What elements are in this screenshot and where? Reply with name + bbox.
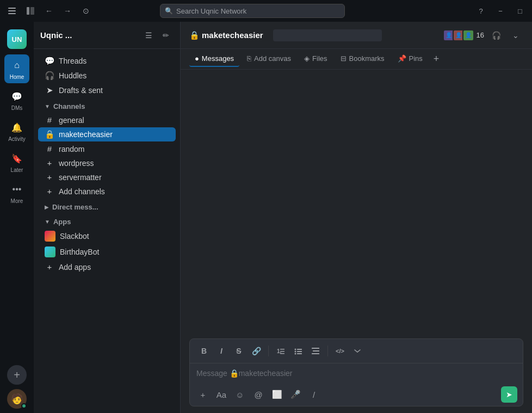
italic-button[interactable]: I xyxy=(214,343,229,359)
sidebar-toggle-icon[interactable] xyxy=(4,3,20,19)
messages-area[interactable] xyxy=(181,70,532,334)
slackbot-icon xyxy=(45,231,55,242)
svg-rect-3 xyxy=(27,7,29,15)
compose-format-button[interactable]: Aa xyxy=(214,387,229,402)
forward-icon[interactable]: → xyxy=(60,3,75,19)
channel-header-right: 👤 👤 👤 16 🎧 ⌄ xyxy=(443,28,523,43)
titlebar-left: ← → ⊙ xyxy=(4,3,94,19)
tab-pins[interactable]: 📌 Pins xyxy=(392,51,428,67)
rail-item-more[interactable]: ••• More xyxy=(4,178,29,207)
apps-section-header[interactable]: ▼ Apps xyxy=(38,213,176,228)
birthdaybot-label: BirthdayBot xyxy=(60,248,99,256)
sidebar-item-birthdaybot[interactable]: BirthdayBot xyxy=(38,244,176,260)
plus-icon-wordpress: + xyxy=(45,158,54,168)
tab-messages[interactable]: ● Messages xyxy=(189,51,239,67)
sidebar-item-random[interactable]: # random xyxy=(38,142,176,156)
svg-rect-16 xyxy=(313,350,319,352)
later-label: Later xyxy=(11,167,23,173)
compose-icon[interactable]: ✏ xyxy=(158,28,174,43)
channels-section-header[interactable]: ▼ Channels xyxy=(38,98,176,113)
compose-audio-button[interactable]: 🎤 xyxy=(288,387,303,402)
sidebar: Uqnic ... ☰ ✏ 💬 Threads 🎧 Huddles ➤ Draf… xyxy=(34,22,181,413)
tab-canvas[interactable]: ⎘ Add canvas xyxy=(242,51,296,67)
slackbot-label: Slackbot xyxy=(60,232,89,241)
more-icon: ••• xyxy=(9,182,24,197)
bookmarks-tab-icon: ⊟ xyxy=(341,54,347,63)
send-button[interactable]: ➤ xyxy=(501,386,517,403)
add-channels-icon: + xyxy=(45,187,54,196)
sidebar-panel-icon[interactable] xyxy=(23,3,38,19)
sidebar-item-add-channels[interactable]: + Add channels xyxy=(38,184,176,198)
later-icon: 🔖 xyxy=(9,151,24,166)
bullet-list-button[interactable] xyxy=(290,343,306,359)
dms-icon: 💬 xyxy=(9,89,24,104)
tab-bookmarks[interactable]: ⊟ Bookmarks xyxy=(335,51,390,67)
compose-emoji-button[interactable]: ☺ xyxy=(232,387,248,402)
history-icon[interactable]: ⊙ xyxy=(78,3,94,19)
compose-add-button[interactable]: + xyxy=(195,387,211,402)
minimize-icon[interactable]: − xyxy=(493,3,508,19)
workspace-name[interactable]: Uqnic ... xyxy=(40,30,137,40)
filter-icon[interactable]: ☰ xyxy=(141,28,156,43)
sidebar-item-wordpress[interactable]: + wordpress xyxy=(38,156,176,170)
more-format-button[interactable] xyxy=(350,343,365,359)
sidebar-item-threads[interactable]: 💬 Threads xyxy=(38,54,176,68)
pins-tab-icon: 📌 xyxy=(398,54,406,63)
strikethrough-button[interactable]: S xyxy=(231,343,246,359)
member-count: 16 xyxy=(477,31,484,39)
canvas-tab-icon: ⎘ xyxy=(247,54,251,63)
hash-icon-random: # xyxy=(45,144,54,153)
sidebar-item-maketecheasier[interactable]: 🔒 maketecheasier xyxy=(38,127,176,141)
svg-rect-17 xyxy=(312,353,319,354)
files-tab-icon: ◈ xyxy=(304,54,310,63)
workspace-button[interactable]: UN xyxy=(4,26,29,52)
compose-input[interactable]: Message 🔒maketecheasier xyxy=(190,363,523,383)
link-button[interactable]: 🔗 xyxy=(249,343,264,359)
sidebar-item-drafts[interactable]: ➤ Drafts & sent xyxy=(38,83,176,97)
add-tab-button[interactable]: + xyxy=(430,52,443,66)
bold-button[interactable]: B xyxy=(196,343,212,359)
svg-rect-2 xyxy=(8,13,16,14)
maximize-icon[interactable]: □ xyxy=(512,3,528,19)
threads-icon: 💬 xyxy=(45,56,54,66)
sidebar-item-slackbot[interactable]: Slackbot xyxy=(38,229,176,244)
svg-rect-8 xyxy=(280,353,284,354)
send-icon: ➤ xyxy=(506,390,512,399)
sidebar-item-general[interactable]: # general xyxy=(38,113,176,127)
help-icon[interactable]: ? xyxy=(473,3,488,19)
tab-files[interactable]: ◈ Files xyxy=(299,51,332,67)
ordered-list-button[interactable]: 1. xyxy=(273,343,288,359)
add-workspace-button[interactable]: + xyxy=(7,365,27,385)
rail-item-dms[interactable]: 💬 DMs xyxy=(4,85,29,114)
user-status-indicator xyxy=(21,403,27,409)
compose-video-button[interactable]: ⬜ xyxy=(269,387,284,402)
files-tab-label: Files xyxy=(312,54,327,63)
sidebar-item-huddles[interactable]: 🎧 Huddles xyxy=(38,69,176,83)
sidebar-item-servermatter[interactable]: + servermatter xyxy=(38,170,176,184)
sidebar-item-add-apps[interactable]: + Add apps xyxy=(38,260,176,274)
compose-area: B I S 🔗 1. xyxy=(189,338,523,406)
indent-button[interactable] xyxy=(308,343,323,359)
sidebar-header: Uqnic ... ☰ ✏ xyxy=(34,22,180,49)
canvas-tab-label: Add canvas xyxy=(254,54,291,63)
main-content: 🔒 maketecheasier 👤 👤 👤 16 🎧 ⌄ ● Messages xyxy=(181,22,532,413)
compose-placeholder: Message 🔒maketecheasier xyxy=(196,369,293,378)
channel-settings-chevron[interactable]: ⌄ xyxy=(508,28,523,43)
user-avatar[interactable]: 🧑 xyxy=(7,389,27,409)
drafts-icon: ➤ xyxy=(45,85,54,95)
member-avatars[interactable]: 👤 👤 👤 16 xyxy=(443,29,484,41)
titlebar-right: ? − □ xyxy=(473,3,528,19)
compose-mention-button[interactable]: @ xyxy=(251,387,266,402)
workspace-avatar: UN xyxy=(7,29,27,49)
rail-item-later[interactable]: 🔖 Later xyxy=(4,147,29,176)
back-icon[interactable]: ← xyxy=(41,3,57,19)
rail-item-home[interactable]: ⌂ Home xyxy=(4,54,29,83)
search-bar[interactable]: 🔍 Search Uqnic Network xyxy=(160,4,345,18)
activity-icon: 🔔 xyxy=(9,120,24,135)
random-label: random xyxy=(59,145,84,153)
compose-slash-button[interactable]: / xyxy=(306,387,321,402)
rail-item-activity[interactable]: 🔔 Activity xyxy=(4,116,29,145)
code-button[interactable]: </> xyxy=(332,343,348,359)
headphones-icon[interactable]: 🎧 xyxy=(488,28,504,43)
direct-mess-section-header[interactable]: ▶ Direct mess... xyxy=(38,199,176,213)
